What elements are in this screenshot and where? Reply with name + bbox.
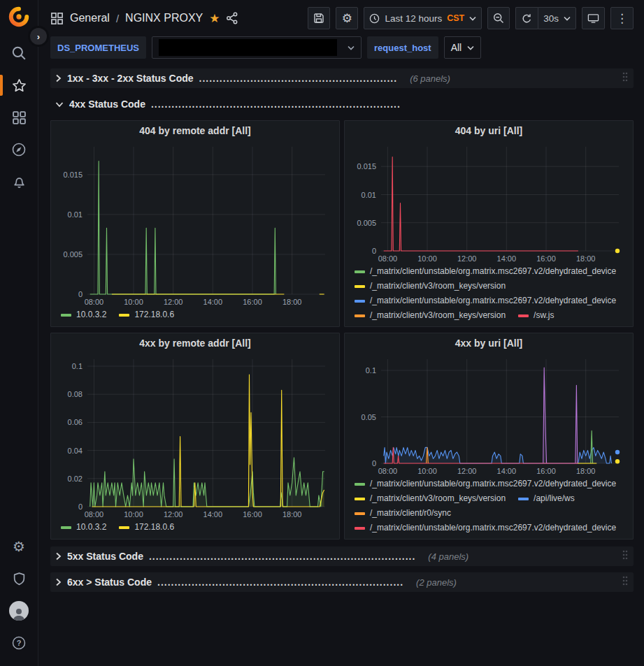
legend-item[interactable]: /_matrix/client/unstable/org.matrix.msc2… xyxy=(355,521,616,535)
legend-swatch xyxy=(355,270,365,273)
star-filled-icon[interactable]: ★ xyxy=(209,11,220,26)
legend-item[interactable]: 10.0.3.2 xyxy=(61,307,106,322)
time-series-chart[interactable]: 08:0010:0012:0014:0016:0018:0000.0050.01… xyxy=(350,141,627,263)
panel-title[interactable]: 4xx by remote addr [All] xyxy=(57,333,334,354)
datasource-label[interactable]: DS_PROMETHEUS xyxy=(50,36,146,59)
legend-item[interactable]: /_matrix/client/unstable/org.matrix.msc2… xyxy=(355,477,616,491)
row-header-4xx[interactable]: 4xx Status Code ........................… xyxy=(50,94,634,114)
sidebar-expand-toggle[interactable]: › xyxy=(30,28,47,45)
row-header-5xx[interactable]: 5xx Status Code ........................… xyxy=(50,546,634,566)
legend-item[interactable]: /_matrix/client/r0/sync xyxy=(355,506,451,521)
legend-item[interactable]: /_matrix/client/v3/room_keys/version xyxy=(355,279,506,294)
svg-text:0.05: 0.05 xyxy=(362,413,376,421)
sidebar-item-explore[interactable] xyxy=(0,133,38,166)
legend-label: 10.0.3.2 xyxy=(76,307,106,322)
dashboard-navbar: General / NGINX PROXY ★ ⚙ xyxy=(38,0,644,36)
more-options-button[interactable]: ⋮ xyxy=(610,7,634,29)
sidebar-item-starred[interactable] xyxy=(0,69,38,101)
row-drag-handle[interactable] xyxy=(622,71,629,85)
sidebar-item-server-admin[interactable] xyxy=(0,563,38,595)
legend-item[interactable]: 10.0.3.2 xyxy=(61,520,106,535)
svg-text:0: 0 xyxy=(78,290,83,298)
grafana-logo[interactable] xyxy=(8,6,29,27)
legend-swatch xyxy=(355,527,365,530)
svg-text:16:00: 16:00 xyxy=(536,467,556,475)
time-range-picker[interactable]: Last 12 hours CST xyxy=(364,7,482,29)
timezone-label: CST xyxy=(447,13,464,23)
legend-swatch xyxy=(355,285,365,288)
share-icon[interactable] xyxy=(226,12,238,24)
zoom-out-time-button[interactable] xyxy=(487,7,510,29)
time-series-chart[interactable]: 08:0010:0012:0014:0016:0018:0000.050.1 xyxy=(350,354,627,476)
tv-monitor-icon xyxy=(587,13,599,24)
svg-text:0.06: 0.06 xyxy=(68,418,83,426)
legend-swatch xyxy=(518,498,529,500)
row-drag-handle[interactable] xyxy=(622,549,629,563)
cycle-view-mode-button[interactable] xyxy=(582,7,605,29)
refresh-dashboard-button[interactable] xyxy=(515,7,538,29)
chevron-down-icon xyxy=(564,16,571,21)
sidebar-item-profile[interactable] xyxy=(0,595,38,627)
refresh-icon xyxy=(522,13,532,24)
panel-title[interactable]: 4xx by uri [All] xyxy=(350,333,627,354)
breadcrumb-dashboard-title[interactable]: NGINX PROXY xyxy=(125,12,203,24)
row-panel-count: (6 panels) xyxy=(410,73,450,84)
legend-item[interactable]: /_matrix/client/v3/room_keys/version xyxy=(355,308,506,323)
sidebar-item-configuration[interactable]: ⚙ xyxy=(0,530,38,563)
sidebar-item-help[interactable]: ? xyxy=(0,627,38,659)
panel-title[interactable]: 404 by remote addr [All] xyxy=(57,121,334,141)
dashboard-settings-button[interactable]: ⚙ xyxy=(336,7,358,29)
row-header-6xx[interactable]: 6xx > Status Code ......................… xyxy=(50,572,634,592)
legend-swatch xyxy=(518,314,529,317)
time-series-chart[interactable]: 08:0010:0012:0014:0016:0018:0000.0050.01… xyxy=(57,141,334,307)
legend-label: 172.18.0.6 xyxy=(134,307,174,322)
legend-item[interactable]: /sw.js xyxy=(518,308,554,323)
sidebar-item-alerting[interactable] xyxy=(0,166,38,198)
legend-label: 10.0.3.2 xyxy=(76,520,106,535)
chart-svg: 08:0010:0012:0014:0016:0018:0000.050.1 xyxy=(350,354,627,476)
svg-text:10:00: 10:00 xyxy=(124,298,143,306)
navbar-actions: ⚙ Last 12 hours CST xyxy=(308,7,634,29)
row-drag-handle[interactable] xyxy=(622,575,629,589)
svg-text:16:00: 16:00 xyxy=(243,510,262,519)
svg-text:10:00: 10:00 xyxy=(417,254,437,263)
variable-value-picker[interactable]: All xyxy=(444,36,482,59)
legend-item[interactable]: /_matrix/client/v3/room_keys/version xyxy=(355,491,506,506)
datasource-picker[interactable] xyxy=(152,36,362,59)
save-dashboard-button[interactable] xyxy=(308,7,330,29)
variable-value: All xyxy=(451,42,462,53)
panel-title[interactable]: 404 by uri [All] xyxy=(350,121,627,141)
breadcrumb-folder[interactable]: General xyxy=(70,12,110,24)
explore-compass-icon xyxy=(11,142,27,157)
svg-text:0.1: 0.1 xyxy=(366,366,376,375)
chevron-down-icon xyxy=(55,101,64,108)
legend-label: /_matrix/client/unstable/org.matrix.msc2… xyxy=(370,264,616,279)
svg-text:10:00: 10:00 xyxy=(417,467,437,475)
dashboards-grid-icon xyxy=(12,110,27,125)
svg-text:0.1: 0.1 xyxy=(72,362,83,370)
legend-swatch xyxy=(355,483,365,486)
refresh-interval-picker[interactable]: 30s xyxy=(538,7,576,29)
legend-item[interactable]: 172.18.0.6 xyxy=(119,520,174,535)
svg-text:18:00: 18:00 xyxy=(576,467,596,475)
legend-item[interactable]: 172.18.0.6 xyxy=(119,307,174,322)
panel-legend: 10.0.3.2172.18.0.6 xyxy=(57,307,334,324)
sidebar-item-dashboards[interactable] xyxy=(0,101,38,133)
svg-text:12:00: 12:00 xyxy=(164,298,183,306)
legend-label: /_matrix/client/r0/sync xyxy=(370,506,451,521)
dashboard-grid-icon[interactable] xyxy=(50,12,64,25)
variable-label-request-host[interactable]: request_host xyxy=(367,36,438,59)
legend-item[interactable]: /_matrix/client/unstable/org.matrix.msc2… xyxy=(355,294,616,308)
legend-item[interactable]: /api/live/ws xyxy=(518,491,575,506)
time-series-chart[interactable]: 08:0010:0012:0014:0016:0018:0000.020.040… xyxy=(57,354,334,519)
svg-text:10:00: 10:00 xyxy=(124,510,143,519)
row-header-1xx-3xx-2xx[interactable]: 1xx - 3xx - 2xx Status Code ............… xyxy=(50,68,634,88)
legend-label: /_matrix/client/v3/room_keys/version xyxy=(370,279,506,294)
legend-item[interactable]: /_matrix/client/unstable/org.matrix.msc2… xyxy=(355,264,616,279)
sidebar: › xyxy=(0,0,38,666)
legend-swatch xyxy=(61,314,71,317)
svg-text:0: 0 xyxy=(78,502,83,511)
row-title: 1xx - 3xx - 2xx Status Code xyxy=(67,73,194,84)
chevron-down-icon xyxy=(467,45,474,50)
row-title-dots: ........................................… xyxy=(157,577,403,588)
